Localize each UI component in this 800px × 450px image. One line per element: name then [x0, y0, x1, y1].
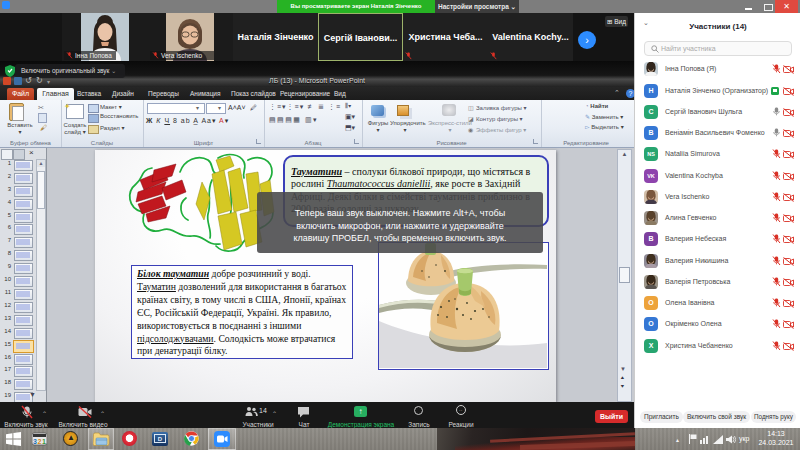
svg-text:3: 3 [33, 438, 37, 445]
svg-text:2: 2 [38, 438, 42, 445]
svg-text:1: 1 [42, 438, 46, 445]
